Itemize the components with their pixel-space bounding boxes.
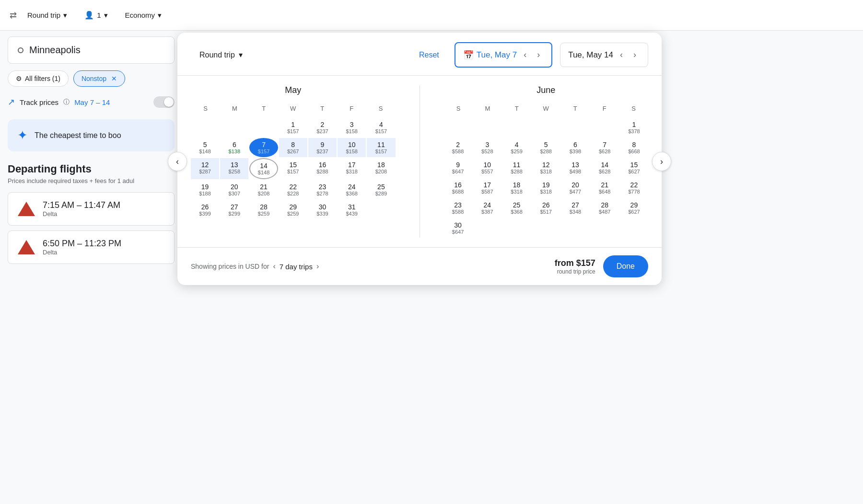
calendar-day-price: $528 <box>474 149 501 154</box>
calendar-day-cell[interactable]: 28$487 <box>591 198 619 218</box>
calendar-day-cell[interactable]: 4$157 <box>367 118 395 137</box>
trip-days-prev-button[interactable]: ‹ <box>273 262 275 271</box>
calendar-day-cell[interactable]: 21$648 <box>591 178 619 197</box>
calendar-day-cell[interactable]: 29$627 <box>620 198 648 218</box>
calendar-day-price: $237 <box>309 128 336 134</box>
may-sat: S <box>366 103 396 114</box>
calendar-day-number: 10 <box>474 161 501 169</box>
calendar-day-cell[interactable]: 1$157 <box>279 118 307 137</box>
calendar-day-cell[interactable]: 3$158 <box>338 118 366 137</box>
calendar-day-cell[interactable]: 14$148 <box>249 158 278 179</box>
calendar-day-cell[interactable]: 13$258 <box>220 158 248 179</box>
calendar-day-cell[interactable]: 30$647 <box>444 218 472 238</box>
calendar-day-cell[interactable]: 11$157 <box>367 138 395 157</box>
calendar-day-cell[interactable]: 16$288 <box>308 158 337 179</box>
calendar-day-cell[interactable]: 22$228 <box>279 180 307 199</box>
calendar-day-cell[interactable]: 22$778 <box>620 178 648 197</box>
calendar-day-cell[interactable]: 8$267 <box>279 138 307 157</box>
calendar-day-number: 2 <box>309 121 336 128</box>
departure-date-selector[interactable]: 📅 Tue, May 7 ‹ › <box>455 42 552 68</box>
return-next-button[interactable]: › <box>630 48 640 62</box>
calendar-next-button[interactable]: › <box>652 152 671 171</box>
calendar-day-cell[interactable]: 21$208 <box>249 180 278 199</box>
calendar-day-cell[interactable]: 23$278 <box>308 180 337 199</box>
calendar-day-number: 16 <box>309 161 336 169</box>
departing-title: Departing flights <box>8 163 175 175</box>
calendar-day-number: 15 <box>280 161 306 169</box>
calendar-day-cell[interactable]: 15$627 <box>620 158 648 177</box>
calendar-day-cell[interactable]: 23$588 <box>444 198 472 218</box>
calendar-day-cell[interactable]: 9$647 <box>444 158 472 177</box>
calendar-day-cell[interactable]: 26$399 <box>191 200 219 219</box>
calendar-day-cell[interactable]: 17$587 <box>473 178 501 197</box>
passengers-button[interactable]: 👤 1 ▾ <box>78 7 114 23</box>
calendar-day-cell[interactable]: 18$318 <box>502 178 531 197</box>
calendar-trip-type-label: Round trip <box>199 51 235 59</box>
calendar-day-cell[interactable]: 10$158 <box>338 138 366 157</box>
done-button[interactable]: Done <box>603 255 648 277</box>
calendar-day-cell[interactable]: 25$368 <box>502 198 531 218</box>
calendar-day-cell[interactable]: 13$498 <box>561 158 589 177</box>
departure-prev-button[interactable]: ‹ <box>520 48 530 62</box>
return-date-selector[interactable]: Tue, May 14 ‹ › <box>560 43 648 67</box>
calendar-day-cell[interactable]: 28$259 <box>249 200 278 219</box>
trip-days-next-button[interactable]: › <box>316 262 319 271</box>
calendar-day-cell[interactable]: 29$259 <box>279 200 307 219</box>
calendar-day-cell[interactable]: 30$339 <box>308 200 337 219</box>
calendar-day-cell[interactable]: 20$307 <box>220 180 248 199</box>
return-prev-button[interactable]: ‹ <box>616 48 627 62</box>
selected-departure-date: Tue, May 7 <box>477 50 517 60</box>
calendar-day-cell[interactable]: 2$237 <box>308 118 337 137</box>
calendar-day-cell[interactable]: 27$299 <box>220 200 248 219</box>
may-day-headers: S M T W T F S <box>191 103 396 114</box>
calendar-day-cell[interactable]: 27$348 <box>561 198 589 218</box>
calendar-day-cell[interactable]: 1$378 <box>620 118 648 137</box>
calendar-day-cell[interactable]: 26$517 <box>532 198 560 218</box>
calendar-day-cell[interactable]: 12$318 <box>532 158 560 177</box>
calendar-day-cell[interactable]: 4$259 <box>502 138 531 157</box>
calendar-day-cell[interactable]: 20$477 <box>561 178 589 197</box>
calendar-day-cell[interactable]: 19$318 <box>532 178 560 197</box>
calendar-day-number: 3 <box>338 121 365 128</box>
round-trip-button[interactable]: Round trip ▾ <box>21 7 74 23</box>
track-prices-toggle[interactable] <box>153 96 175 108</box>
calendar-day-cell[interactable]: 7$157 <box>249 138 278 157</box>
close-icon[interactable]: ✕ <box>111 75 117 82</box>
calendar-day-cell[interactable]: 17$318 <box>338 158 366 179</box>
calendar-day-cell[interactable]: 24$368 <box>338 180 366 199</box>
calendar-day-cell[interactable]: 10$557 <box>473 158 501 177</box>
calendar-day-cell[interactable]: 3$528 <box>473 138 501 157</box>
calendar-day-cell[interactable]: 6$398 <box>561 138 589 157</box>
calendar-day-cell[interactable]: 11$288 <box>502 158 531 177</box>
calendar-day-cell[interactable]: 14$628 <box>591 158 619 177</box>
calendar-day-cell[interactable]: 5$288 <box>532 138 560 157</box>
calendar-day-cell[interactable]: 25$289 <box>367 180 395 199</box>
calendar-day-cell[interactable]: 19$188 <box>191 180 219 199</box>
calendar-day-cell[interactable]: 9$237 <box>308 138 337 157</box>
calendar-day-cell[interactable]: 8$668 <box>620 138 648 157</box>
calendar-day-number: 4 <box>503 141 530 149</box>
calendar-day-cell[interactable]: 24$387 <box>473 198 501 218</box>
calendar-prev-button[interactable]: ‹ <box>168 152 187 171</box>
calendar-day-cell[interactable]: 7$628 <box>591 138 619 157</box>
calendar-day-cell[interactable]: 5$148 <box>191 138 219 157</box>
calendar-day-cell[interactable]: 2$588 <box>444 138 472 157</box>
flight-card-2[interactable]: 6:50 PM – 11:23 PM Delta <box>8 230 175 264</box>
calendar-day-cell[interactable]: 31$439 <box>338 200 366 219</box>
departure-next-button[interactable]: › <box>533 48 544 62</box>
all-filters-button[interactable]: ⚙ All filters (1) <box>8 70 69 87</box>
calendar-day-number: 9 <box>445 161 471 169</box>
calendar-day-cell[interactable]: 6$138 <box>220 138 248 157</box>
nonstop-filter-button[interactable]: Nonstop ✕ <box>73 70 125 87</box>
reset-button[interactable]: Reset <box>411 47 447 63</box>
calendar-day-cell[interactable]: 18$208 <box>367 158 395 179</box>
calendar-day-cell[interactable]: 16$688 <box>444 178 472 197</box>
chevron-down-icon4: ▾ <box>239 50 243 59</box>
calendar-day-cell <box>561 118 589 137</box>
calendar-day-number: 31 <box>338 203 365 211</box>
calendar-day-cell[interactable]: 12$287 <box>191 158 219 179</box>
calendar-day-cell[interactable]: 15$157 <box>279 158 307 179</box>
flight-card-1[interactable]: 7:15 AM – 11:47 AM Delta <box>8 192 175 226</box>
class-button[interactable]: Economy ▾ <box>118 7 169 23</box>
calendar-trip-type-button[interactable]: Round trip ▾ <box>191 46 251 64</box>
